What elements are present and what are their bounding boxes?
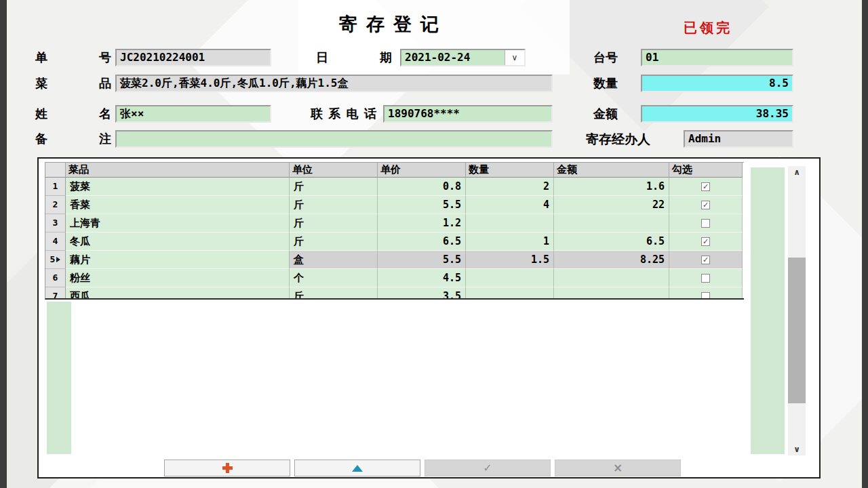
- grid-cell[interactable]: 藕片: [66, 251, 290, 269]
- grid-column-header[interactable]: 菜品: [66, 163, 290, 178]
- scrollbar-thumb[interactable]: [788, 258, 806, 403]
- order-no-field[interactable]: JC20210224001: [115, 49, 271, 66]
- row-header[interactable]: 1: [45, 178, 66, 196]
- name-label: 姓名: [35, 105, 111, 123]
- grid-cell[interactable]: 1: [466, 232, 554, 251]
- grid-cell[interactable]: 个: [290, 269, 378, 287]
- grid-cell[interactable]: 6.5: [378, 232, 466, 251]
- detail-panel: 菜品单位单价数量金额勾选 1菠菜斤0.821.6✓2香菜斤5.5422✓3上海青…: [37, 157, 821, 479]
- grid-cell[interactable]: 3.5: [378, 287, 466, 300]
- grid-cell[interactable]: 盒: [290, 251, 378, 269]
- grid-cell[interactable]: 香菜: [66, 196, 290, 214]
- grid-cell[interactable]: 0.8: [378, 178, 466, 196]
- grid-cell[interactable]: [466, 269, 554, 287]
- grid-cell[interactable]: 4.5: [378, 269, 466, 287]
- grid-cell-check: ✓: [669, 196, 743, 214]
- grid-cell-check: ✓: [669, 178, 743, 196]
- grid-cell[interactable]: 斤: [290, 178, 378, 196]
- grid-cell[interactable]: [466, 214, 554, 232]
- row-header[interactable]: 6: [45, 269, 66, 287]
- grid-column-header[interactable]: 金额: [554, 163, 669, 178]
- dishes-label: 菜品: [35, 75, 111, 92]
- grid-cell[interactable]: 斤: [290, 232, 378, 251]
- dishes-field[interactable]: 菠菜2.0斤,香菜4.0斤,冬瓜1.0斤,藕片1.5盒: [115, 75, 553, 92]
- checkbox-checked-icon[interactable]: ✓: [701, 256, 710, 264]
- grid-cell[interactable]: 上海青: [66, 214, 290, 232]
- confirm-button[interactable]: ✓: [425, 460, 551, 476]
- name-field[interactable]: 张××: [115, 105, 271, 123]
- grid-corner-cell: [45, 163, 66, 178]
- row-header[interactable]: 3: [45, 214, 66, 232]
- row-header[interactable]: 4: [45, 232, 66, 251]
- items-grid: 菜品单位单价数量金额勾选 1菠菜斤0.821.6✓2香菜斤5.5422✓3上海青…: [45, 162, 744, 300]
- deposit-registration-window: 寄存登记 已领完 单号 JC20210224001 日期 2021-02-24 …: [0, 0, 868, 488]
- grid-cell[interactable]: [554, 269, 669, 287]
- grid-cell[interactable]: 1.5: [466, 251, 554, 269]
- grid-column-header[interactable]: 单价: [378, 163, 466, 178]
- grid-cell[interactable]: 8.25: [554, 251, 669, 269]
- plus-icon: [222, 463, 233, 473]
- grid-cell[interactable]: 斤: [290, 214, 378, 232]
- checkbox-checked-icon[interactable]: ✓: [701, 237, 710, 246]
- grid-cell[interactable]: 1.6: [554, 178, 669, 196]
- grid-cell[interactable]: 5.5: [378, 196, 466, 214]
- grid-cell[interactable]: 22: [554, 196, 669, 214]
- cancel-button[interactable]: ×: [555, 460, 681, 476]
- row-header[interactable]: 7: [45, 287, 66, 300]
- table-row: 4冬瓜斤6.516.5✓: [45, 232, 744, 251]
- order-no-label: 单号: [35, 49, 111, 66]
- grid-cell[interactable]: 斤: [290, 196, 378, 214]
- grid-cell[interactable]: 西瓜: [66, 287, 290, 300]
- move-up-button[interactable]: [294, 460, 420, 476]
- grid-cell[interactable]: 2: [466, 178, 554, 196]
- amount-label: 金额: [593, 105, 618, 123]
- vertical-scrollbar[interactable]: ∧ ∨: [788, 166, 806, 455]
- grid-cell[interactable]: [466, 287, 554, 300]
- grid-cell-check: [669, 214, 743, 232]
- grid-column-header[interactable]: 勾选: [669, 163, 743, 178]
- scroll-down-icon[interactable]: ∨: [788, 443, 806, 455]
- status-badge: 已领完: [684, 19, 732, 37]
- grid-cell[interactable]: 冬瓜: [66, 232, 290, 251]
- table-no-label: 台号: [593, 49, 618, 66]
- grid-cell[interactable]: 4: [466, 196, 554, 214]
- checkbox-checked-icon[interactable]: ✓: [701, 201, 710, 209]
- table-no-field[interactable]: 01: [641, 49, 793, 66]
- row-header[interactable]: 2: [45, 196, 66, 214]
- grid-cell[interactable]: 1.2: [378, 214, 466, 232]
- left-edge-bar: [0, 0, 7, 488]
- row-header[interactable]: 5: [45, 251, 66, 269]
- grid-cell[interactable]: 5.5: [378, 251, 466, 269]
- phone-label: 联系电话: [311, 105, 376, 123]
- date-value[interactable]: 2021-02-24: [401, 50, 505, 65]
- chevron-down-icon[interactable]: ∨: [505, 50, 524, 65]
- quantity-field[interactable]: 8.5: [641, 75, 793, 92]
- right-edge-bar: [862, 0, 868, 488]
- scroll-up-icon[interactable]: ∧: [788, 166, 806, 178]
- quantity-label: 数量: [593, 75, 618, 92]
- date-picker[interactable]: 2021-02-24 ∨: [400, 49, 526, 66]
- table-row: 5藕片盒5.51.58.25✓: [45, 251, 744, 269]
- checkbox-unchecked-icon[interactable]: [701, 219, 710, 228]
- remark-field[interactable]: [115, 130, 553, 148]
- grid-side-strip: [47, 302, 71, 454]
- grid-cell[interactable]: [554, 287, 669, 300]
- checkbox-unchecked-icon[interactable]: [701, 274, 710, 283]
- table-row: 1菠菜斤0.821.6✓: [45, 178, 744, 196]
- checkbox-checked-icon[interactable]: ✓: [701, 182, 710, 191]
- operator-field[interactable]: Admin: [684, 130, 793, 148]
- grid-column-header[interactable]: 单位: [290, 163, 378, 178]
- checkbox-unchecked-icon[interactable]: [701, 292, 710, 300]
- grid-cell[interactable]: 斤: [290, 287, 378, 300]
- grid-cell[interactable]: 6.5: [554, 232, 669, 251]
- grid-cell[interactable]: [554, 214, 669, 232]
- phone-field[interactable]: 1890768****: [383, 105, 553, 123]
- grid-column-header[interactable]: 数量: [466, 163, 554, 178]
- grid-cell[interactable]: 菠菜: [66, 178, 290, 196]
- check-icon: ✓: [483, 462, 492, 474]
- table-row: 3上海青斤1.2: [45, 214, 744, 232]
- amount-field[interactable]: 38.35: [641, 105, 793, 123]
- add-row-button[interactable]: [164, 460, 290, 476]
- date-label: 日期: [316, 49, 392, 66]
- grid-cell[interactable]: 粉丝: [66, 269, 290, 287]
